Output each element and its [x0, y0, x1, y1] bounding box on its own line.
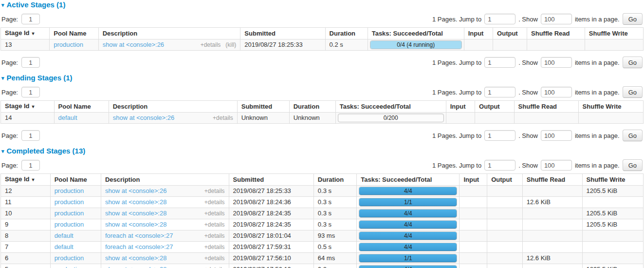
submitted-cell: 2019/08/27 17:56:10	[229, 253, 313, 264]
column-header-5[interactable]: Tasks: Succeeded/Total	[335, 101, 446, 113]
pool-name-link[interactable]: production	[55, 266, 84, 268]
column-header-5[interactable]: Tasks: Succeeded/Total	[357, 174, 460, 186]
column-label: Submitted	[244, 30, 276, 37]
description-link[interactable]: show at <console>:28	[105, 221, 166, 228]
description-link[interactable]: foreach at <console>:27	[105, 232, 173, 239]
pool-name-link[interactable]: production	[54, 41, 83, 48]
details-toggle-link[interactable]: +details	[204, 232, 225, 239]
submitted-cell: Unknown	[237, 113, 289, 124]
column-header-9[interactable]: Shuffle Write	[578, 101, 643, 113]
description-link[interactable]: show at <console>:28	[105, 266, 166, 268]
progress-label: 0/4 (4 running)	[370, 41, 461, 49]
jump-to-input[interactable]	[484, 57, 515, 68]
details-toggle-link[interactable]: +details	[204, 188, 225, 194]
section-header-completed-stages[interactable]: ▾Completed Stages (13)	[1, 147, 644, 155]
pool-name-link[interactable]: production	[55, 254, 84, 262]
pool-name-link[interactable]: default	[58, 114, 77, 121]
show-count-input[interactable]	[541, 87, 572, 97]
jump-to-input[interactable]	[484, 130, 515, 141]
show-count-input[interactable]	[541, 160, 572, 171]
pool-name-link[interactable]: production	[55, 198, 84, 206]
column-header-0[interactable]: Stage Id▾	[1, 101, 55, 113]
details-toggle-link[interactable]: +details	[213, 115, 233, 121]
kill-link[interactable]: (kill)	[225, 41, 236, 48]
column-header-8[interactable]: Shuffle Read	[522, 174, 582, 186]
output-cell	[493, 39, 527, 51]
column-header-5[interactable]: Tasks: Succeeded/Total	[368, 28, 464, 39]
column-header-6[interactable]: Input	[464, 28, 493, 39]
details-toggle-link[interactable]: +details	[204, 255, 225, 262]
show-count-input[interactable]	[541, 14, 572, 24]
go-button[interactable]: Go	[623, 57, 643, 68]
column-header-3[interactable]: Submitted	[237, 101, 289, 113]
jump-to-input[interactable]	[484, 14, 515, 24]
page-number-input[interactable]	[21, 160, 40, 171]
column-header-9[interactable]: Shuffle Write	[582, 174, 643, 186]
column-header-7[interactable]: Output	[487, 174, 523, 186]
pagination-row: Page:1 Pages. Jump to. Showitems in a pa…	[1, 57, 643, 68]
submitted-cell: 2019/08/27 18:01:04	[229, 230, 313, 242]
column-header-7[interactable]: Output	[493, 28, 527, 39]
column-header-8[interactable]: Shuffle Read	[527, 28, 585, 39]
column-header-4[interactable]: Duration	[289, 101, 335, 113]
input-cell	[460, 253, 487, 264]
description-link[interactable]: show at <console>:26	[103, 41, 164, 48]
page-number-input[interactable]	[21, 87, 40, 97]
description-link[interactable]: show at <console>:28	[105, 210, 166, 217]
description-link[interactable]: show at <console>:28	[105, 198, 166, 206]
column-header-3[interactable]: Submitted	[229, 174, 313, 186]
column-header-1[interactable]: Pool Name	[50, 174, 101, 186]
column-header-2[interactable]: Description	[109, 101, 237, 113]
pool-name-link[interactable]: production	[55, 210, 84, 217]
pool-name-link[interactable]: production	[55, 221, 84, 228]
details-toggle-link[interactable]: +details	[204, 210, 225, 217]
column-header-1[interactable]: Pool Name	[50, 28, 98, 39]
description-link[interactable]: show at <console>:26	[113, 114, 174, 121]
description-extras: +details	[204, 199, 225, 206]
column-header-0[interactable]: Stage Id▾	[1, 174, 51, 186]
column-header-3[interactable]: Submitted	[240, 28, 325, 39]
shuffle-write-cell: 1205.5 KiB	[582, 264, 643, 268]
jump-to-input[interactable]	[484, 87, 515, 97]
go-button[interactable]: Go	[623, 130, 643, 141]
description-link[interactable]: foreach at <console>:27	[105, 243, 173, 250]
details-toggle-link[interactable]: +details	[204, 266, 225, 268]
go-button[interactable]: Go	[623, 159, 643, 171]
pagination-controls: 1 Pages. Jump to. Showitems in a page.Go	[432, 86, 643, 98]
show-count-input[interactable]	[541, 57, 572, 68]
page-number-input[interactable]	[21, 14, 40, 24]
column-header-8[interactable]: Shuffle Read	[514, 101, 578, 113]
column-header-6[interactable]: Input	[460, 174, 487, 186]
pool-name-link[interactable]: default	[55, 243, 74, 250]
column-header-4[interactable]: Duration	[325, 28, 368, 39]
column-header-4[interactable]: Duration	[313, 174, 356, 186]
description-link[interactable]: show at <console>:28	[105, 254, 166, 262]
section-header-active-stages[interactable]: ▾Active Stages (1)	[1, 1, 644, 9]
details-toggle-link[interactable]: +details	[201, 41, 221, 48]
column-header-1[interactable]: Pool Name	[54, 101, 109, 113]
column-header-9[interactable]: Shuffle Write	[585, 28, 643, 39]
column-header-2[interactable]: Description	[98, 28, 240, 39]
details-toggle-link[interactable]: +details	[204, 244, 225, 250]
stage-id-cell: 8	[1, 230, 51, 242]
jump-to-input[interactable]	[484, 160, 515, 171]
show-count-input[interactable]	[541, 130, 572, 141]
column-label: Duration	[318, 176, 344, 183]
column-header-6[interactable]: Input	[446, 101, 475, 113]
description-link[interactable]: show at <console>:26	[105, 187, 166, 194]
go-button[interactable]: Go	[623, 86, 643, 98]
shuffle-write-cell: 1205.5 KiB	[582, 186, 643, 197]
pool-name-link[interactable]: default	[55, 232, 74, 239]
page-number-input[interactable]	[21, 57, 40, 68]
details-toggle-link[interactable]: +details	[204, 221, 225, 228]
column-label: Tasks: Succeeded/Total	[361, 176, 432, 183]
go-button[interactable]: Go	[623, 13, 643, 25]
column-header-2[interactable]: Description	[101, 174, 229, 186]
column-header-0[interactable]: Stage Id▾	[1, 28, 50, 39]
page-number-input[interactable]	[21, 130, 40, 141]
pool-name-link[interactable]: production	[55, 187, 84, 194]
details-toggle-link[interactable]: +details	[204, 199, 225, 206]
column-header-7[interactable]: Output	[475, 101, 515, 113]
tasks-progress-bar: 4/4	[359, 243, 457, 251]
section-header-pending-stages[interactable]: ▾Pending Stages (1)	[1, 74, 644, 82]
